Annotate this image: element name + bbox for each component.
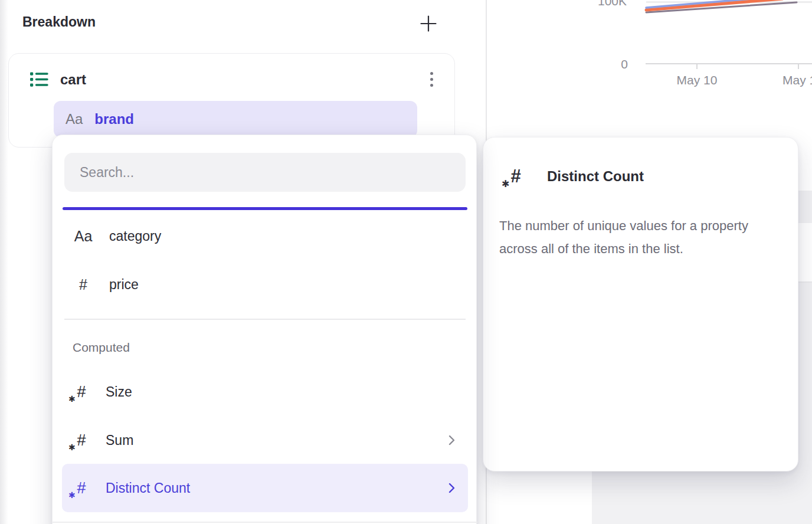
dropdown-item-size[interactable]: ✱ # Size xyxy=(62,374,468,410)
distinct-count-tooltip: ✱ # Distinct Count The number of unique … xyxy=(483,137,798,471)
selected-item-indicator xyxy=(63,207,467,210)
left-edge-shadow xyxy=(0,0,8,524)
breakdown-section-title: Breakdown xyxy=(22,14,96,30)
item-label: Sum xyxy=(106,433,133,448)
chevron-right-icon xyxy=(448,483,455,493)
x-tick-may1 xyxy=(798,64,799,69)
kebab-icon xyxy=(430,72,433,75)
x-tick-label-may1: May 1 xyxy=(782,73,812,87)
tooltip-description: The number of unique values for a proper… xyxy=(499,214,785,260)
dropdown-item-category[interactable]: Aa category xyxy=(62,218,468,254)
breakdown-cart-card: cart Aa brand xyxy=(8,53,455,148)
dropdown-item-price[interactable]: # price xyxy=(62,266,468,303)
dropdown-divider xyxy=(64,319,466,320)
dropdown-divider xyxy=(53,522,477,523)
search-input[interactable] xyxy=(64,153,466,192)
computed-number-icon: ✱ # xyxy=(507,166,525,186)
text-property-icon: Aa xyxy=(73,228,94,245)
brand-chip-label: brand xyxy=(94,111,134,127)
computed-number-icon: ✱ # xyxy=(73,478,90,498)
y-tick-label-100k: 100K xyxy=(590,0,627,8)
dropdown-item-sum[interactable]: ✱ # Sum xyxy=(62,422,468,458)
tooltip-header: ✱ # Distinct Count xyxy=(507,162,644,191)
line-chart xyxy=(642,0,812,18)
cart-row: cart xyxy=(30,63,86,96)
x-axis-line xyxy=(646,63,812,64)
add-breakdown-button[interactable] xyxy=(414,9,443,38)
cart-more-options-button[interactable] xyxy=(421,62,441,96)
x-tick-label-may10: May 10 xyxy=(667,73,726,87)
cart-list-name: cart xyxy=(60,71,86,88)
tooltip-title: Distinct Count xyxy=(547,168,644,185)
chevron-right-icon xyxy=(448,435,455,446)
x-tick-may10 xyxy=(696,64,698,69)
plus-icon xyxy=(420,15,437,32)
dropdown-item-distinct-count[interactable]: ✱ # Distinct Count xyxy=(62,464,468,512)
item-label: category xyxy=(109,228,161,244)
brand-property-chip[interactable]: Aa brand xyxy=(54,101,417,137)
text-property-icon: Aa xyxy=(66,111,83,127)
item-label: price xyxy=(109,277,139,293)
item-label: Size xyxy=(106,384,132,400)
number-property-icon: # xyxy=(73,276,94,293)
computed-number-icon: ✱ # xyxy=(73,382,90,402)
y-tick-label-0: 0 xyxy=(602,57,628,71)
computed-number-icon: ✱ # xyxy=(73,430,90,450)
property-dropdown: Aa category # price Computed ✱ # Size ✱ … xyxy=(52,135,477,524)
item-label: Distinct Count xyxy=(106,480,190,496)
insights-screen: 100K 0 May 10 May 1 Breakdown xyxy=(0,0,812,524)
computed-section-label: Computed xyxy=(73,340,130,355)
list-property-icon xyxy=(30,71,48,88)
